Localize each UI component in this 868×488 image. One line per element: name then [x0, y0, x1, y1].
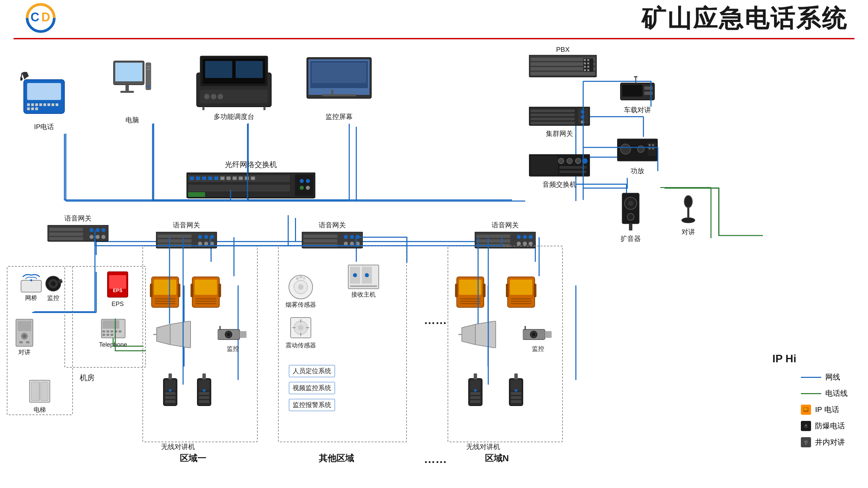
svg-point-61: [211, 94, 216, 99]
zonen-label: 区域N: [485, 452, 509, 464]
svg-rect-128: [202, 177, 206, 180]
voice-gw-other-label: 语音网关: [319, 221, 346, 230]
svg-rect-147: [49, 237, 83, 240]
svg-point-150: [101, 228, 105, 232]
svg-rect-34: [31, 103, 34, 106]
svg-point-102: [558, 158, 564, 164]
svg-rect-106: [559, 166, 587, 169]
voice-gw-left-icon: [47, 225, 108, 242]
svg-rect-208: [19, 341, 23, 343]
header: C D 矿山应急电话系统: [0, 0, 868, 37]
dots-middle: ……: [424, 313, 447, 327]
svg-point-60: [204, 94, 210, 99]
legend-ip-phone: IP 电话: [801, 405, 848, 415]
svg-point-162: [204, 242, 208, 246]
vehicle-radio-icon: [617, 76, 658, 103]
ip-hi-text: IP Hi: [772, 352, 796, 365]
svg-rect-277: [510, 280, 532, 295]
svg-rect-131: [220, 177, 224, 180]
svg-rect-97: [644, 92, 653, 95]
computer-icon: [112, 59, 153, 114]
legend-panel: 网线 电话线 IP 电话 防爆电话: [801, 372, 848, 447]
svg-point-179: [523, 235, 527, 239]
zone1-phone2: [191, 273, 221, 311]
cluster-gw-device: 集群网关: [529, 107, 590, 138]
door-intercom-device: 对讲: [14, 318, 35, 356]
amplifier-device: 功放: [617, 137, 658, 176]
dots-bottom: ……: [424, 452, 447, 466]
legend-green-line: [801, 393, 821, 394]
monitor-cam-device: 监控: [41, 273, 65, 302]
zone1-speaker: [153, 321, 194, 348]
audio-switch-icon: [529, 154, 590, 178]
svg-point-310: [805, 443, 807, 445]
legend-network-cable-label: 网线: [825, 372, 840, 382]
svg-rect-89: [531, 122, 575, 124]
speaker-label: 扩音器: [620, 234, 641, 243]
svg-rect-120: [629, 224, 632, 230]
svg-rect-145: [49, 228, 83, 231]
smoke-sensor-label: 烟雾传感器: [285, 301, 316, 309]
svg-rect-126: [190, 177, 194, 180]
svg-rect-241: [169, 373, 172, 380]
svg-rect-58: [236, 61, 263, 78]
svg-rect-194: [102, 334, 105, 336]
ip-phone-icon: [20, 69, 68, 120]
svg-rect-196: [111, 334, 113, 336]
vibration-sensor-label: 震动传感器: [285, 341, 316, 349]
svg-rect-129: [208, 177, 212, 180]
network-bridge-device: 网桥: [18, 273, 45, 302]
svg-rect-75: [531, 72, 595, 75]
svg-rect-294: [470, 396, 480, 399]
svg-rect-127: [196, 177, 200, 180]
svg-point-173: [356, 242, 360, 246]
door-intercom-label: 对讲: [18, 348, 31, 356]
voice-gw-zone1: 语音网关: [156, 219, 217, 249]
svg-point-140: [300, 179, 304, 183]
legend-explosion-phone-label: 防爆电话: [815, 421, 845, 431]
svg-point-151: [90, 235, 94, 239]
svg-text:D: D: [41, 10, 50, 24]
smoke-sensor-icon: [287, 273, 314, 301]
svg-rect-166: [303, 239, 337, 243]
svg-rect-146: [49, 232, 83, 236]
svg-rect-296: [474, 373, 477, 380]
svg-point-45: [20, 77, 23, 81]
fiber-switch-icon: [186, 172, 315, 200]
svg-rect-86: [531, 109, 575, 112]
svg-rect-96: [644, 86, 653, 90]
zonen-radio1: [465, 372, 486, 409]
svg-rect-38: [47, 103, 50, 106]
svg-point-119: [627, 214, 634, 220]
svg-point-198: [30, 279, 32, 281]
svg-text:EPS: EPS: [113, 288, 122, 293]
zone1-phone1-icon: [150, 273, 180, 311]
svg-rect-211: [31, 382, 40, 401]
svg-rect-295: [470, 400, 480, 403]
svg-rect-88: [531, 118, 575, 120]
logo: C D: [20, 1, 61, 36]
cluster-gw-label: 集群网关: [546, 129, 573, 138]
other-zones-box: 烟雾传感器 接收主机: [278, 246, 407, 442]
amplifier-icon: [617, 137, 658, 164]
svg-rect-215: [154, 280, 176, 295]
outer-left-box: 网桥 监控 对讲: [7, 266, 73, 415]
svg-rect-114: [652, 144, 654, 146]
svg-point-289: [532, 333, 535, 336]
svg-rect-235: [219, 326, 221, 330]
svg-rect-293: [470, 392, 480, 395]
svg-point-169: [350, 235, 354, 239]
svg-rect-134: [239, 177, 243, 180]
svg-point-261: [365, 273, 369, 277]
personnel-system-box: 人员定位系统: [289, 365, 335, 377]
svg-rect-240: [165, 400, 175, 403]
elevator-device: 电梯: [28, 379, 52, 414]
svg-rect-81: [584, 66, 586, 68]
svg-rect-122: [687, 208, 689, 218]
svg-rect-189: [102, 330, 105, 332]
svg-rect-232: [240, 331, 246, 338]
svg-point-148: [90, 228, 94, 232]
speaker-device: 扩音器: [617, 191, 644, 243]
receive-host-icon: [347, 263, 380, 290]
svg-rect-237: [165, 380, 175, 390]
